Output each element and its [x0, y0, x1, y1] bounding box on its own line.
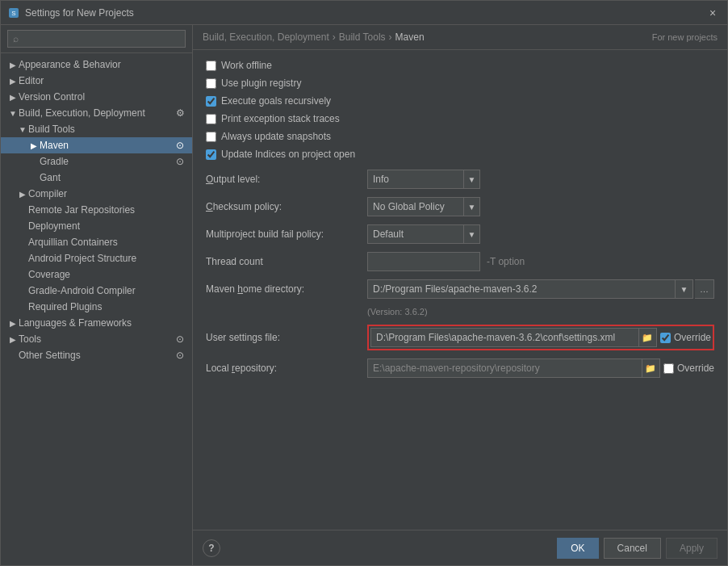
- sidebar-item-build-tools[interactable]: ▼ Build Tools: [1, 121, 192, 137]
- user-settings-row: User settings file: 📁 Override: [206, 325, 714, 350]
- form-section: Output level: Info ▼ Checksum policy:: [206, 170, 714, 378]
- sidebar-item-coverage[interactable]: ▶ Coverage: [1, 266, 192, 283]
- sidebar-item-gant[interactable]: ▶ Gant: [1, 170, 192, 186]
- sidebar-item-editor[interactable]: ▶ Editor: [1, 73, 192, 89]
- checksum-policy-dropdown[interactable]: No Global Policy ▼: [367, 197, 480, 216]
- multiproject-policy-control: Default ▼: [367, 224, 714, 244]
- sidebar-item-tools[interactable]: ▶ Tools ⊙: [1, 331, 192, 347]
- maven-home-browse-button[interactable]: …: [695, 279, 714, 299]
- user-settings-override-row: Override: [660, 332, 711, 343]
- maven-icon: ⊙: [174, 140, 186, 151]
- maven-home-control: ▼ …: [367, 279, 714, 299]
- maven-home-dropdown-button[interactable]: ▼: [676, 279, 693, 299]
- other-settings-icon: ⊙: [174, 350, 186, 361]
- print-exceptions-checkbox[interactable]: [206, 114, 216, 124]
- sidebar-item-remote-jar[interactable]: ▶ Remote Jar Repositories: [1, 202, 192, 218]
- output-level-dropdown[interactable]: Info ▼: [367, 170, 480, 189]
- gradle-icon: ⊙: [174, 156, 186, 167]
- use-plugin-checkbox[interactable]: [206, 78, 216, 89]
- sidebar-item-label: Coverage: [28, 269, 186, 280]
- breadcrumb-item-1: Build, Execution, Deployment: [203, 31, 329, 43]
- apply-button[interactable]: Apply: [666, 538, 718, 559]
- checksum-policy-row: Checksum policy: No Global Policy ▼: [206, 197, 714, 216]
- sidebar-item-label: Android Project Structure: [28, 253, 186, 264]
- execute-goals-label: Execute goals recursively: [221, 95, 331, 107]
- sidebar-item-label: Appearance & Behavior: [19, 59, 186, 70]
- maven-version-text: (Version: 3.6.2): [206, 307, 714, 317]
- app-icon: S: [7, 6, 20, 19]
- sidebar-item-label: Arquillian Containers: [28, 237, 186, 248]
- work-offline-checkbox[interactable]: [206, 61, 216, 71]
- search-input[interactable]: [7, 30, 186, 48]
- sidebar-item-version-control[interactable]: ▶ Version Control: [1, 89, 192, 105]
- maven-home-row: Maven home directory: ▼ …: [206, 279, 714, 299]
- sidebar-item-label: Version Control: [19, 91, 186, 103]
- sidebar-item-label: Maven: [40, 140, 174, 151]
- print-exceptions-row: Print exception stack traces: [206, 113, 714, 124]
- expand-icon: ▼: [17, 124, 28, 135]
- sidebar-item-label: Other Settings: [19, 350, 174, 361]
- sidebar: ▶ Appearance & Behavior ▶ Editor ▶ Versi…: [1, 25, 193, 565]
- expand-icon: ▶: [7, 317, 19, 329]
- execute-goals-row: Execute goals recursively: [206, 95, 714, 107]
- user-settings-label: User settings file:: [206, 332, 367, 343]
- work-offline-row: Work offline: [206, 60, 714, 71]
- sidebar-item-gradle-android[interactable]: ▶ Gradle-Android Compiler: [1, 283, 192, 299]
- multiproject-policy-dropdown[interactable]: Default ▼: [367, 224, 480, 244]
- close-button[interactable]: ×: [705, 5, 721, 21]
- thread-count-row: Thread count -T option: [206, 252, 714, 271]
- sidebar-item-required-plugins[interactable]: ▶ Required Plugins: [1, 299, 192, 315]
- always-update-checkbox[interactable]: [206, 132, 216, 142]
- breadcrumb-sep-1: ›: [333, 31, 336, 43]
- user-settings-control: 📁 Override: [367, 325, 714, 350]
- sidebar-item-label: Languages & Frameworks: [19, 317, 186, 329]
- sidebar-item-android[interactable]: ▶ Android Project Structure: [1, 250, 192, 266]
- output-level-row: Output level: Info ▼: [206, 170, 714, 189]
- sidebar-item-label: Gradle: [40, 156, 174, 167]
- sidebar-item-maven[interactable]: ▶ Maven ⊙: [1, 137, 192, 153]
- sidebar-item-label: Tools: [19, 333, 174, 345]
- local-repo-input[interactable]: [367, 358, 642, 378]
- search-box: [1, 25, 192, 53]
- sidebar-item-deployment[interactable]: ▶ Deployment: [1, 218, 192, 234]
- sidebar-item-other-settings[interactable]: ▶ Other Settings ⊙: [1, 347, 192, 363]
- help-button[interactable]: ?: [203, 539, 220, 557]
- user-settings-override-checkbox[interactable]: [660, 333, 671, 343]
- sidebar-item-arquillian[interactable]: ▶ Arquillian Containers: [1, 234, 192, 250]
- breadcrumb-item-2: Build Tools: [339, 31, 386, 43]
- sidebar-item-label: Required Plugins: [28, 301, 186, 312]
- sidebar-item-compiler[interactable]: ▶ Compiler: [1, 186, 192, 202]
- breadcrumb: Build, Execution, Deployment › Build Too…: [193, 25, 727, 50]
- local-repo-folder-button[interactable]: 📁: [642, 358, 660, 378]
- maven-home-label: Maven home directory:: [206, 283, 367, 295]
- dropdown-arrow-icon: ▼: [463, 198, 479, 216]
- execute-goals-checkbox[interactable]: [206, 96, 216, 107]
- local-repo-label: Local repository:: [206, 363, 367, 374]
- always-update-row: Always update snapshots: [206, 131, 714, 142]
- ok-button[interactable]: OK: [557, 538, 598, 559]
- update-indices-checkbox[interactable]: [206, 149, 216, 160]
- thread-count-input[interactable]: [367, 252, 480, 271]
- user-settings-input[interactable]: [370, 328, 639, 347]
- sidebar-item-appearance[interactable]: ▶ Appearance & Behavior: [1, 57, 192, 73]
- local-repo-override-checkbox[interactable]: [663, 363, 674, 374]
- settings-icon: ⚙: [174, 107, 186, 119]
- maven-home-input[interactable]: [367, 279, 676, 299]
- sidebar-item-gradle[interactable]: ▶ Gradle ⊙: [1, 153, 192, 170]
- output-level-control: Info ▼: [367, 170, 714, 189]
- multiproject-policy-value: Default: [368, 228, 463, 240]
- override-label: Override: [674, 332, 711, 343]
- nav-tree: ▶ Appearance & Behavior ▶ Editor ▶ Versi…: [1, 53, 192, 565]
- settings-dialog: S Settings for New Projects × ▶ Appearan…: [0, 0, 728, 566]
- user-settings-folder-button[interactable]: 📁: [639, 328, 657, 347]
- cancel-button[interactable]: Cancel: [604, 538, 661, 559]
- sidebar-item-build-execution[interactable]: ▼ Build, Execution, Deployment ⚙: [1, 105, 192, 121]
- t-option-label: -T option: [487, 256, 525, 267]
- sidebar-item-languages[interactable]: ▶ Languages & Frameworks: [1, 315, 192, 331]
- breadcrumb-sep-2: ›: [389, 31, 392, 43]
- checksum-policy-control: No Global Policy ▼: [367, 197, 714, 216]
- dialog-title: Settings for New Projects: [25, 7, 705, 19]
- thread-count-control: -T option: [367, 252, 714, 271]
- tools-icon: ⊙: [174, 333, 186, 345]
- expand-icon: ▶: [7, 91, 19, 103]
